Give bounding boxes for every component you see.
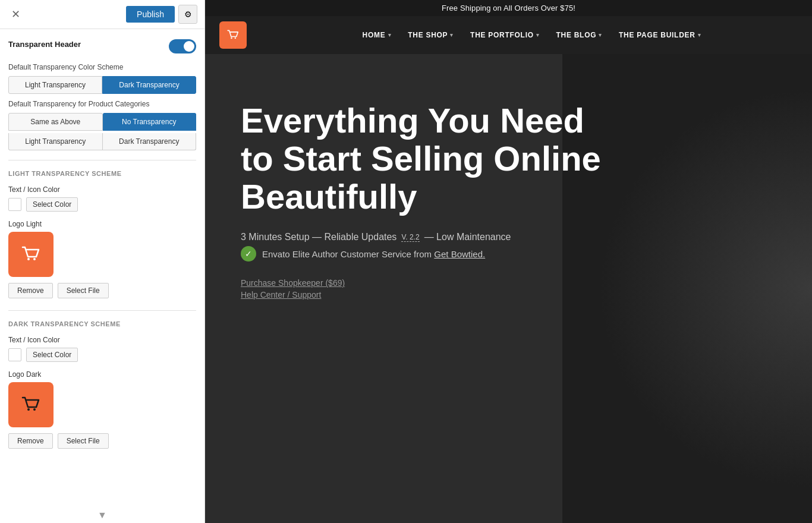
nav-logo <box>219 21 247 49</box>
toggle-track <box>169 39 196 53</box>
logo-light-label: Logo Light <box>8 220 196 228</box>
light-transparency-btn[interactable]: Light Transparency <box>8 76 102 94</box>
dark-transparency2-btn[interactable]: Dark Transparency <box>103 133 197 150</box>
check-icon: ✓ <box>241 246 256 262</box>
light-scheme-title: LIGHT TRANSPARENCY SCHEME <box>8 170 196 177</box>
svg-rect-7 <box>705 232 800 470</box>
remove-light-btn[interactable]: Remove <box>8 283 53 298</box>
svg-point-5 <box>235 37 237 39</box>
cart-icon-light <box>18 241 44 267</box>
logo-dark-label: Logo Dark <box>8 370 196 379</box>
nav-portfolio[interactable]: THE PORTFOLIO ▾ <box>462 31 547 39</box>
preview-area: Free Shipping on All Orders Over $75! HO… <box>205 0 812 523</box>
nav-blog[interactable]: THE BLOG ▾ <box>548 31 611 39</box>
divider-1 <box>8 160 196 160</box>
dark-color-row: Select Color <box>8 348 196 362</box>
home-chevron-icon: ▾ <box>388 32 392 38</box>
close-button[interactable]: ✕ <box>7 6 24 23</box>
logo-light-preview <box>8 232 53 277</box>
light-select-color-btn[interactable]: Select Color <box>26 197 78 212</box>
svg-point-6 <box>693 102 812 244</box>
text-icon-color-label: Text / Icon Color <box>8 185 196 194</box>
transparent-header-label: Transparent Header <box>8 40 81 49</box>
light-color-row: Select Color <box>8 197 196 212</box>
svg-point-0 <box>27 258 30 260</box>
default-color-scheme-label: Default Transparency Color Scheme <box>8 63 196 71</box>
hero-check-main: Envato Elite Author Customer Service fro… <box>262 249 432 259</box>
hero-sub1: 3 Minutes Setup — Reliable Updates <box>241 232 396 242</box>
nav-home-label: HOME <box>363 31 386 39</box>
scroll-indicator: ▼ <box>0 508 204 523</box>
svg-point-4 <box>231 37 232 39</box>
panel-content: Transparent Header Default Transparency … <box>0 29 204 508</box>
hero-links: Purchase Shopkeeper ($69) Help Center / … <box>241 278 657 300</box>
hero-section: Everything You Need to Start Selling Onl… <box>205 54 812 523</box>
hero-check-text: Envato Elite Author Customer Service fro… <box>262 249 485 259</box>
svg-point-1 <box>33 258 36 260</box>
topbar: Free Shipping on All Orders Over $75! <box>205 0 812 16</box>
hero-title-line1: Everything You Need <box>241 101 584 140</box>
no-transparency-btn[interactable]: No Transparency <box>103 113 197 131</box>
same-as-above-btn[interactable]: Same as Above <box>8 113 103 131</box>
transparent-header-toggle[interactable] <box>169 39 196 53</box>
nav-home[interactable]: HOME ▾ <box>354 31 400 39</box>
settings-panel: ✕ Publish ⚙ Transparent Header Default T… <box>0 0 205 523</box>
blog-chevron-icon: ▾ <box>599 32 602 38</box>
support-link[interactable]: Help Center / Support <box>241 290 657 300</box>
nav-shop[interactable]: THE SHOP ▾ <box>399 31 462 39</box>
color-scheme-group: Light Transparency Dark Transparency <box>8 76 196 94</box>
product-cat-bottom-row: Light Transparency Dark Transparency <box>8 133 196 150</box>
cart-icon-dark <box>18 392 44 418</box>
svg-point-3 <box>33 408 36 411</box>
preview-nav: HOME ▾ THE SHOP ▾ THE PORTFOLIO ▾ THE BL… <box>205 16 812 54</box>
publish-area: Publish ⚙ <box>126 5 197 24</box>
get-bowtied-link[interactable]: Get Bowtied. <box>434 249 485 259</box>
gear-button[interactable]: ⚙ <box>178 5 197 24</box>
light-logo-actions: Remove Select File <box>8 283 196 298</box>
toggle-thumb <box>184 41 194 52</box>
nav-page-builder-label: THE PAGE BUILDER <box>619 31 695 39</box>
transparent-header-row: Transparent Header <box>8 37 196 55</box>
hero-sub1-end: — Low Maintenance <box>424 232 511 242</box>
nav-links: HOME ▾ THE SHOP ▾ THE PORTFOLIO ▾ THE BL… <box>266 31 798 39</box>
hero-title-line2: to Start Selling Online Beautifully <box>241 139 601 216</box>
select-file-dark-btn[interactable]: Select File <box>58 433 109 449</box>
dark-transparency-btn[interactable]: Dark Transparency <box>102 76 196 94</box>
hero-version: V. 2.2 <box>401 233 419 242</box>
product-cat-top-row: Same as Above No Transparency <box>8 113 196 131</box>
nav-shop-label: THE SHOP <box>408 31 448 39</box>
hero-subtitle: 3 Minutes Setup — Reliable Updates V. 2.… <box>241 232 657 242</box>
panel-header: ✕ Publish ⚙ <box>0 0 204 29</box>
light-transparency2-btn[interactable]: Light Transparency <box>8 133 103 150</box>
product-categories-label: Default Transparency for Product Categor… <box>8 100 196 108</box>
divider-2 <box>8 310 196 311</box>
hero-title: Everything You Need to Start Selling Onl… <box>241 102 657 215</box>
hero-check-row: ✓ Envato Elite Author Customer Service f… <box>241 246 657 262</box>
dark-logo-actions: Remove Select File <box>8 433 196 449</box>
light-color-swatch[interactable] <box>8 198 21 211</box>
logo-dark-preview <box>8 382 53 427</box>
topbar-text: Free Shipping on All Orders Over $75! <box>442 4 575 12</box>
nav-blog-label: THE BLOG <box>556 31 597 39</box>
nav-portfolio-label: THE PORTFOLIO <box>470 31 534 39</box>
remove-dark-btn[interactable]: Remove <box>8 433 53 449</box>
hero-content: Everything You Need to Start Selling Onl… <box>241 102 657 300</box>
svg-point-2 <box>27 408 30 411</box>
nav-cart-icon <box>225 27 241 43</box>
select-file-light-btn[interactable]: Select File <box>58 283 109 298</box>
portfolio-chevron-icon: ▾ <box>536 32 540 38</box>
dark-select-color-btn[interactable]: Select Color <box>26 348 78 362</box>
purchase-link[interactable]: Purchase Shopkeeper ($69) <box>241 278 657 288</box>
publish-button[interactable]: Publish <box>126 6 175 23</box>
nav-page-builder[interactable]: THE PAGE BUILDER ▾ <box>610 31 709 39</box>
dark-color-swatch[interactable] <box>8 348 21 361</box>
scroll-down-icon: ▼ <box>97 510 107 521</box>
text-icon-color-label2: Text / Icon Color <box>8 336 196 344</box>
dark-scheme-title: DARK TRANSPARENCY SCHEME <box>8 320 196 327</box>
shop-chevron-icon: ▾ <box>450 32 454 38</box>
page-builder-chevron-icon: ▾ <box>698 32 701 38</box>
